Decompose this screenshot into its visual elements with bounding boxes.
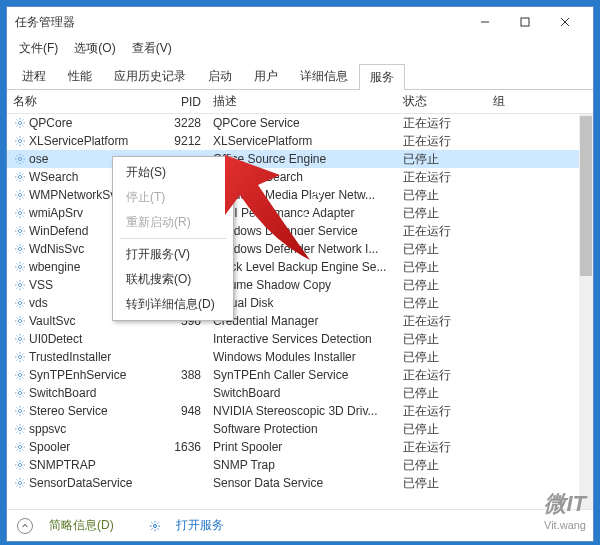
svg-point-7 bbox=[18, 175, 21, 178]
service-icon bbox=[13, 260, 27, 274]
context-menu: 开始(S) 停止(T) 重新启动(R) 打开服务(V) 联机搜索(O) 转到详细… bbox=[112, 156, 234, 321]
table-row[interactable]: SensorDataServiceSensor Data Service已停止 bbox=[7, 474, 579, 492]
task-manager-window: 任务管理器 文件(F) 选项(O) 查看(V) 进程 性能 应用历史记录 启动 … bbox=[6, 6, 594, 542]
svg-point-11 bbox=[18, 247, 21, 250]
service-icon bbox=[13, 476, 27, 490]
table-row[interactable]: SwitchBoardSwitchBoard已停止 bbox=[7, 384, 579, 402]
service-icon bbox=[13, 152, 27, 166]
table-row[interactable]: WSearchWindows Search正在运行 bbox=[7, 168, 579, 186]
service-icon bbox=[13, 116, 27, 130]
svg-point-8 bbox=[18, 193, 21, 196]
col-header-pid[interactable]: PID bbox=[157, 91, 207, 113]
col-header-name[interactable]: 名称 bbox=[7, 90, 157, 114]
ctx-stop: 停止(T) bbox=[116, 185, 230, 210]
svg-point-24 bbox=[18, 481, 21, 484]
table-row[interactable]: WMPNetworkSvcWindows Media Player Netw..… bbox=[7, 186, 579, 204]
services-list[interactable]: QPCore3228QPCore Service正在运行XLServicePla… bbox=[7, 114, 579, 509]
service-icon bbox=[13, 386, 27, 400]
table-row[interactable]: WdNisSvcWindows Defender Network I...已停止 bbox=[7, 240, 579, 258]
col-header-status[interactable]: 状态 bbox=[397, 90, 487, 114]
svg-point-14 bbox=[18, 301, 21, 304]
column-headers: 名称 PID 描述 状态 组 bbox=[7, 90, 593, 114]
menu-options[interactable]: 选项(O) bbox=[68, 38, 121, 59]
svg-point-13 bbox=[18, 283, 21, 286]
scrollbar-thumb[interactable] bbox=[580, 116, 592, 276]
table-row[interactable]: VSSVolume Shadow Copy已停止 bbox=[7, 276, 579, 294]
tab-users[interactable]: 用户 bbox=[243, 63, 289, 89]
open-services-link[interactable]: 打开服务 bbox=[176, 517, 224, 534]
service-icon bbox=[13, 242, 27, 256]
col-header-group[interactable]: 组 bbox=[487, 90, 527, 114]
tab-performance[interactable]: 性能 bbox=[57, 63, 103, 89]
svg-point-9 bbox=[18, 211, 21, 214]
ctx-start[interactable]: 开始(S) bbox=[116, 160, 230, 185]
table-row[interactable]: wmiApSrvWMI Performance Adapter已停止 bbox=[7, 204, 579, 222]
svg-point-5 bbox=[18, 139, 21, 142]
svg-point-18 bbox=[18, 373, 21, 376]
service-icon bbox=[13, 368, 27, 382]
tab-processes[interactable]: 进程 bbox=[11, 63, 57, 89]
scrollbar[interactable] bbox=[579, 114, 593, 509]
table-row[interactable]: SynTPEnhService388SynTPEnh Caller Servic… bbox=[7, 366, 579, 384]
table-row[interactable]: SNMPTRAPSNMP Trap已停止 bbox=[7, 456, 579, 474]
tabstrip: 进程 性能 应用历史记录 启动 用户 详细信息 服务 bbox=[7, 59, 593, 90]
ctx-open-services[interactable]: 打开服务(V) bbox=[116, 242, 230, 267]
table-row[interactable]: TrustedInstallerWindows Modules Installe… bbox=[7, 348, 579, 366]
gear-icon bbox=[148, 519, 162, 533]
svg-point-15 bbox=[18, 319, 21, 322]
service-icon bbox=[13, 440, 27, 454]
titlebar[interactable]: 任务管理器 bbox=[7, 7, 593, 37]
table-row[interactable]: Stereo Service948NVIDIA Stereoscopic 3D … bbox=[7, 402, 579, 420]
table-row[interactable]: sppsvcSoftware Protection已停止 bbox=[7, 420, 579, 438]
service-icon bbox=[13, 314, 27, 328]
tab-details[interactable]: 详细信息 bbox=[289, 63, 359, 89]
maximize-button[interactable] bbox=[505, 8, 545, 36]
brief-info-link[interactable]: 简略信息(D) bbox=[49, 517, 114, 534]
chevron-up-icon[interactable] bbox=[17, 518, 33, 534]
service-icon bbox=[13, 224, 27, 238]
services-panel: 名称 PID 描述 状态 组 QPCore3228QPCore Service正… bbox=[7, 90, 593, 509]
window-title: 任务管理器 bbox=[15, 14, 465, 31]
service-icon bbox=[13, 188, 27, 202]
table-row[interactable]: wbengineBlock Level Backup Engine Se...已… bbox=[7, 258, 579, 276]
service-icon bbox=[13, 278, 27, 292]
svg-point-12 bbox=[18, 265, 21, 268]
svg-point-21 bbox=[18, 427, 21, 430]
svg-point-17 bbox=[18, 355, 21, 358]
tab-startup[interactable]: 启动 bbox=[197, 63, 243, 89]
service-icon bbox=[13, 404, 27, 418]
table-row[interactable]: vdsVirtual Disk已停止 bbox=[7, 294, 579, 312]
tab-app-history[interactable]: 应用历史记录 bbox=[103, 63, 197, 89]
svg-point-19 bbox=[18, 391, 21, 394]
service-icon bbox=[13, 134, 27, 148]
svg-point-10 bbox=[18, 229, 21, 232]
svg-rect-1 bbox=[521, 18, 529, 26]
svg-point-4 bbox=[18, 121, 21, 124]
table-row[interactable]: QPCore3228QPCore Service正在运行 bbox=[7, 114, 579, 132]
service-icon bbox=[13, 332, 27, 346]
tab-services[interactable]: 服务 bbox=[359, 64, 405, 90]
ctx-goto-details[interactable]: 转到详细信息(D) bbox=[116, 292, 230, 317]
service-icon bbox=[13, 458, 27, 472]
table-row[interactable]: oseOffice Source Engine已停止 bbox=[7, 150, 579, 168]
table-row[interactable]: WinDefendWindows Defender Service正在运行 bbox=[7, 222, 579, 240]
minimize-button[interactable] bbox=[465, 8, 505, 36]
service-icon bbox=[13, 296, 27, 310]
svg-point-22 bbox=[18, 445, 21, 448]
menu-file[interactable]: 文件(F) bbox=[13, 38, 64, 59]
table-row[interactable]: Spooler1636Print Spooler正在运行 bbox=[7, 438, 579, 456]
svg-point-16 bbox=[18, 337, 21, 340]
table-row[interactable]: XLServicePlatform9212XLServicePlatform正在… bbox=[7, 132, 579, 150]
col-header-desc[interactable]: 描述 bbox=[207, 90, 397, 114]
menu-view[interactable]: 查看(V) bbox=[126, 38, 178, 59]
menubar: 文件(F) 选项(O) 查看(V) bbox=[7, 37, 593, 59]
close-button[interactable] bbox=[545, 8, 585, 36]
table-row[interactable]: VaultSvc596Credential Manager正在运行 bbox=[7, 312, 579, 330]
service-icon bbox=[13, 350, 27, 364]
svg-point-25 bbox=[153, 524, 156, 527]
footer: 简略信息(D) 打开服务 bbox=[7, 509, 593, 541]
service-icon bbox=[13, 206, 27, 220]
ctx-search-online[interactable]: 联机搜索(O) bbox=[116, 267, 230, 292]
service-icon bbox=[13, 170, 27, 184]
table-row[interactable]: UI0DetectInteractive Services Detection已… bbox=[7, 330, 579, 348]
